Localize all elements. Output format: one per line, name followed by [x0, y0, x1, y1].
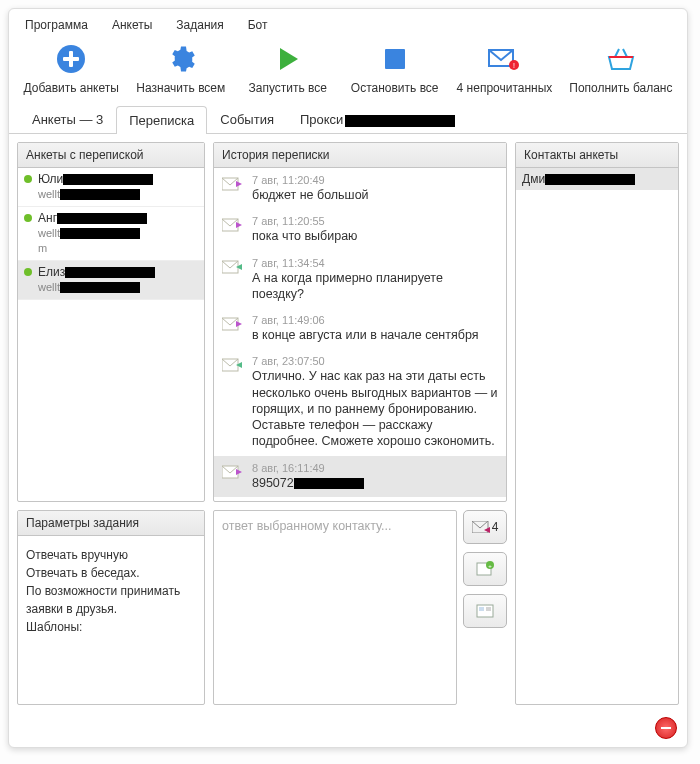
- send-button[interactable]: 4: [463, 510, 507, 544]
- main-area: Анкеты с перепиской ЮлиwelltАнгwelltmЕли…: [9, 134, 687, 713]
- message-text: А на когда примерно планируете поездку?: [252, 270, 498, 303]
- svg-text:+: +: [488, 563, 492, 569]
- stop-icon: [379, 43, 411, 75]
- gear-icon: [165, 43, 197, 75]
- compose-buttons: 4 +: [463, 510, 507, 705]
- envelope-in-icon: [222, 316, 244, 332]
- profile-name: Ангwelltm: [38, 211, 147, 256]
- panel-title: Контакты анкеты: [516, 143, 678, 168]
- profile-name: Юлиwellt: [38, 172, 153, 202]
- attach-button[interactable]: +: [463, 552, 507, 586]
- toolbar-label: Запустить все: [249, 81, 327, 95]
- plus-circle-icon: [55, 43, 87, 75]
- svg-marker-16: [236, 321, 242, 327]
- message-timestamp: 7 авг, 11:34:54: [252, 257, 498, 269]
- tab-proxy[interactable]: Прокси: [287, 105, 468, 133]
- svg-rect-2: [63, 57, 79, 61]
- play-icon: [272, 43, 304, 75]
- message-timestamp: 7 авг, 11:20:55: [252, 215, 498, 227]
- unread-button[interactable]: ! 4 непрочитанных: [457, 43, 553, 95]
- envelope-alert-icon: !: [488, 43, 520, 75]
- tab-proxy-label: Прокси: [300, 112, 343, 127]
- assign-all-button[interactable]: Назначить всем: [136, 43, 226, 95]
- menubar: Программа Анкеты Задания Бот: [9, 9, 687, 39]
- online-dot-icon: [24, 175, 32, 183]
- profile-row[interactable]: Елизwellt: [18, 261, 204, 300]
- envelope-in-icon: [222, 176, 244, 192]
- basket-icon: [605, 43, 637, 75]
- contacts-list[interactable]: Дми: [516, 168, 678, 704]
- panel-title: Анкеты с перепиской: [18, 143, 204, 168]
- svg-text:!: !: [513, 62, 515, 69]
- message-timestamp: 8 авг, 16:11:49: [252, 462, 498, 474]
- profile-contacts-panel: Контакты анкеты Дми: [515, 142, 679, 705]
- svg-marker-22: [484, 527, 490, 533]
- message-text: 895072: [252, 475, 498, 491]
- reply-input[interactable]: ответ выбранному контакту...: [213, 510, 457, 705]
- menu-program[interactable]: Программа: [15, 15, 98, 35]
- chat-history-panel: История переписки 7 авг, 11:20:49бюджет …: [213, 142, 507, 502]
- svg-marker-3: [280, 48, 298, 70]
- svg-marker-20: [236, 469, 242, 475]
- envelope-send-icon: [472, 521, 490, 533]
- envelope-out-icon: [222, 259, 244, 275]
- envelope-in-icon: [222, 217, 244, 233]
- run-all-button[interactable]: Запустить все: [243, 43, 333, 95]
- message-row[interactable]: 7 авг, 11:49:06в конце августа или в нач…: [214, 308, 506, 349]
- message-row[interactable]: 8 авг, 16:11:49895072: [214, 456, 506, 497]
- svg-marker-12: [236, 222, 242, 228]
- message-text: бюджет не большой: [252, 187, 498, 203]
- profiles-list[interactable]: ЮлиwelltАнгwelltmЕлизwellt: [18, 168, 204, 501]
- tab-events[interactable]: События: [207, 105, 287, 133]
- toolbar-label: Остановить все: [351, 81, 439, 95]
- profile-row[interactable]: Юлиwellt: [18, 168, 204, 207]
- panel-title: История переписки: [214, 143, 506, 168]
- card-icon: [476, 604, 494, 618]
- stop-record-button[interactable]: [655, 717, 677, 739]
- message-row[interactable]: 7 авг, 11:20:49бюджет не большой: [214, 168, 506, 209]
- app-window: Программа Анкеты Задания Бот Добавить ан…: [8, 8, 688, 748]
- tab-chat[interactable]: Переписка: [116, 106, 207, 134]
- menu-tasks[interactable]: Задания: [166, 15, 233, 35]
- toolbar-label: Пополнить баланс: [569, 81, 672, 95]
- redacted: [345, 115, 455, 127]
- message-text: пока что выбираю: [252, 228, 498, 244]
- profiles-with-chat-panel: Анкеты с перепиской ЮлиwelltАнгwelltmЕли…: [17, 142, 205, 502]
- svg-marker-10: [236, 181, 242, 187]
- message-row[interactable]: 7 авг, 11:34:54А на когда примерно плани…: [214, 251, 506, 309]
- message-text: в конце августа или в начале сентября: [252, 327, 498, 343]
- stop-all-button[interactable]: Остановить все: [350, 43, 440, 95]
- message-timestamp: 7 авг, 23:07:50: [252, 355, 498, 367]
- toolbar-label: Назначить всем: [136, 81, 225, 95]
- toolbar-label: Добавить анкеты: [23, 81, 118, 95]
- message-text: Отлично. У нас как раз на эти даты есть …: [252, 368, 498, 449]
- panel-title: Параметры задания: [18, 511, 204, 536]
- compose-area: ответ выбранному контакту... 4 +: [213, 510, 507, 705]
- contact-row[interactable]: Дми: [516, 168, 678, 190]
- send-count: 4: [492, 520, 499, 534]
- bottom-bar: [9, 713, 687, 747]
- menu-profiles[interactable]: Анкеты: [102, 15, 162, 35]
- tab-profiles[interactable]: Анкеты — 3: [19, 105, 116, 133]
- online-dot-icon: [24, 268, 32, 276]
- balance-button[interactable]: Пополнить баланс: [569, 43, 672, 95]
- online-dot-icon: [24, 214, 32, 222]
- message-timestamp: 7 авг, 11:20:49: [252, 174, 498, 186]
- task-params-text: Отвечать вручную Отвечать в беседах. По …: [18, 536, 204, 704]
- toolbar: Добавить анкеты Назначить всем Запустить…: [9, 39, 687, 105]
- profile-row[interactable]: Ангwelltm: [18, 207, 204, 261]
- toolbar-label: 4 непрочитанных: [457, 81, 553, 95]
- profile-name: Елизwellt: [38, 265, 155, 295]
- message-row[interactable]: 7 авг, 11:20:55пока что выбираю: [214, 209, 506, 250]
- message-timestamp: 7 авг, 11:49:06: [252, 314, 498, 326]
- svg-rect-27: [479, 607, 484, 611]
- message-list[interactable]: 7 авг, 11:20:49бюджет не большой7 авг, 1…: [214, 168, 506, 501]
- menu-bot[interactable]: Бот: [238, 15, 278, 35]
- envelope-out-icon: [222, 357, 244, 373]
- note-plus-icon: +: [476, 561, 494, 577]
- message-row[interactable]: 7 авг, 23:07:50Отлично. У нас как раз на…: [214, 349, 506, 455]
- svg-rect-4: [385, 49, 405, 69]
- tabs: Анкеты — 3 Переписка События Прокси: [9, 105, 687, 134]
- template-button[interactable]: [463, 594, 507, 628]
- add-profiles-button[interactable]: Добавить анкеты: [23, 43, 118, 95]
